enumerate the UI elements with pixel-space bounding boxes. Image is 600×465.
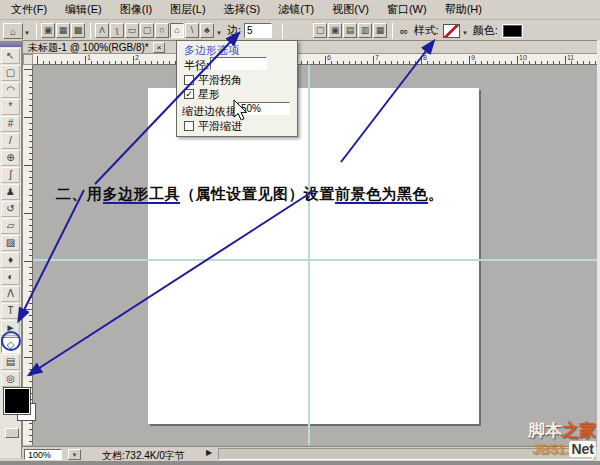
window-bottom-edge: [0, 461, 600, 465]
star-checkbox[interactable]: ✓: [184, 89, 194, 99]
freeform-pen-button[interactable]: ʅ: [110, 23, 124, 38]
slice-tool[interactable]: /: [1, 133, 20, 149]
smooth-corners-label: 平滑拐角: [198, 73, 242, 88]
screen-mode-button[interactable]: [5, 428, 19, 438]
tool-preset-caret-icon[interactable]: ▼: [24, 30, 30, 36]
photoshop-window: 文件(F)编辑(E)图像(I)图层(L)选择(S)滤镜(T)视图(V)窗口(W)…: [0, 0, 600, 465]
menu-edit[interactable]: 编辑(E): [56, 0, 111, 20]
rounded-rectangle-shape-button[interactable]: ▢: [140, 23, 154, 38]
combine-subtract-button[interactable]: ▣: [328, 23, 342, 38]
shape-color-swatch[interactable]: [503, 25, 522, 37]
custom-shape-button[interactable]: ♣: [200, 23, 214, 38]
foreground-color-swatch[interactable]: [4, 388, 30, 414]
menu-layer[interactable]: 图层(L): [161, 0, 214, 20]
menu-window[interactable]: 窗口(W): [378, 0, 436, 20]
pasteboard[interactable]: 二、用多边形工具（属性设置见图）设置前景色为黑色。: [33, 65, 597, 445]
menu-image[interactable]: 图像(I): [111, 0, 161, 20]
horizontal-ruler: 1234567891011: [33, 54, 597, 65]
horizontal-guide: [33, 259, 597, 261]
polygon-options-title: 多边形选项: [184, 43, 239, 58]
caption-polygon-tool-phrase: 多边形工具: [103, 185, 181, 204]
sides-label: 边:: [227, 23, 241, 38]
clone-stamp-tool[interactable]: ♟: [1, 184, 20, 200]
pen-buttons: Λʅ: [95, 23, 125, 38]
combine-intersect-button[interactable]: ▤: [343, 23, 357, 38]
document-title: 未标题-1 @ 100%(RGB/8)*: [28, 42, 149, 53]
line-shape-button[interactable]: \: [185, 23, 199, 38]
combine-add-button[interactable]: ▢: [313, 23, 327, 38]
dodge-tool[interactable]: ◐: [1, 269, 20, 285]
canvas[interactable]: [148, 88, 479, 424]
toolbox-grip[interactable]: [0, 42, 22, 47]
drawing-mode-buttons: ▣▦▩: [41, 23, 86, 38]
menu-filter[interactable]: 滤镜(T): [269, 0, 323, 20]
link-icon[interactable]: ∞: [400, 25, 408, 37]
pen-tool[interactable]: Λ: [1, 286, 20, 302]
shape-layers-button[interactable]: ▣: [41, 23, 55, 38]
tutorial-caption: 二、用多边形工具（属性设置见图）设置前景色为黑色。: [56, 185, 444, 204]
separator: [36, 23, 37, 39]
indent-sides-label: 缩进边依据:: [182, 104, 240, 119]
color-label: 颜色:: [473, 23, 498, 38]
notes-tool[interactable]: ▤: [1, 354, 20, 370]
zoom-level-input[interactable]: 100%: [24, 449, 62, 460]
gradient-tool[interactable]: ▨: [1, 235, 20, 251]
zoom-tool[interactable]: ◎: [1, 371, 20, 387]
vertical-guide: [308, 65, 310, 445]
star-label: 星形: [198, 87, 220, 102]
smooth-indents-checkbox[interactable]: [184, 121, 194, 131]
combine-exclude-button[interactable]: ▥: [358, 23, 372, 38]
tool-options-bar: ⌂ ▼ ▣▦▩ Λʅ ▭▢○⌂\♣ ▼ 边: ▢▣▤▥▦ ∞ 样式: ▼ 颜色:: [0, 20, 600, 42]
blur-tool[interactable]: ♦: [1, 252, 20, 268]
smooth-corners-checkbox[interactable]: [184, 75, 194, 85]
geometry-options-caret-icon[interactable]: ▼: [216, 30, 222, 36]
close-icon[interactable]: ×: [153, 42, 165, 53]
separator: [392, 23, 393, 39]
caption-foreground-black-phrase: 前景色为黑色: [335, 185, 428, 204]
menu-select[interactable]: 选择(S): [215, 0, 270, 20]
brush-tool[interactable]: ʃ: [1, 167, 20, 183]
radius-label: 半径:: [184, 58, 209, 73]
ellipse-shape-button[interactable]: ○: [155, 23, 169, 38]
document-window: 未标题-1 @ 100%(RGB/8)* × 1234567891011 二、用…: [22, 40, 597, 461]
radius-input[interactable]: [210, 57, 267, 70]
ruler-corner: [23, 54, 33, 65]
paths-button[interactable]: ▦: [56, 23, 70, 38]
path-selection-tool[interactable]: ►: [1, 320, 20, 336]
menu-bar: 文件(F)编辑(E)图像(I)图层(L)选择(S)滤镜(T)视图(V)窗口(W)…: [0, 0, 600, 20]
polygon-tool-preview-icon[interactable]: ⌂: [3, 23, 23, 39]
pen-tool-button[interactable]: Λ: [95, 23, 109, 38]
move-tool[interactable]: ↖: [1, 48, 20, 64]
separator: [90, 23, 91, 39]
type-tool[interactable]: T: [1, 303, 20, 319]
document-title-bar[interactable]: 未标题-1 @ 100%(RGB/8)* ×: [23, 41, 597, 54]
style-label: 样式:: [414, 23, 439, 38]
polygon-shape-button[interactable]: ⌂: [170, 23, 184, 38]
status-menu-chip[interactable]: ▼: [68, 449, 81, 460]
style-caret-icon[interactable]: ▼: [462, 30, 468, 36]
status-flyout-arrow-icon[interactable]: ▶: [206, 448, 212, 457]
shape-tool-buttons: ▭▢○⌂\♣: [125, 23, 215, 38]
crop-tool[interactable]: #: [1, 116, 20, 132]
shape-tool[interactable]: ◇: [1, 337, 20, 353]
magic-wand-tool[interactable]: *: [1, 99, 20, 115]
fill-pixels-button[interactable]: ▩: [71, 23, 85, 38]
indent-sides-input[interactable]: [238, 102, 290, 115]
combine-overlap-button[interactable]: ▦: [373, 23, 387, 38]
marquee-tool[interactable]: ▢: [1, 65, 20, 81]
smooth-indents-label: 平滑缩进: [198, 119, 242, 134]
menu-view[interactable]: 视图(V): [323, 0, 378, 20]
history-brush-tool[interactable]: ↺: [1, 201, 20, 217]
menu-help[interactable]: 帮助(H): [436, 0, 491, 20]
healing-brush-tool[interactable]: ⊕: [1, 150, 20, 166]
combine-buttons: ▢▣▤▥▦: [313, 23, 388, 38]
menu-file[interactable]: 文件(F): [2, 0, 56, 20]
rectangle-shape-button[interactable]: ▭: [125, 23, 139, 38]
lasso-tool[interactable]: ◠: [1, 82, 20, 98]
separator: [282, 23, 283, 39]
sides-input[interactable]: [244, 23, 272, 38]
style-none-swatch[interactable]: [443, 24, 460, 38]
site-watermark: 脚本之家 JB51.Net: [528, 422, 596, 458]
status-bar: 100% ▼ 文档:732.4K/0字节 ▶: [22, 446, 597, 461]
eraser-tool[interactable]: ▱: [1, 218, 20, 234]
